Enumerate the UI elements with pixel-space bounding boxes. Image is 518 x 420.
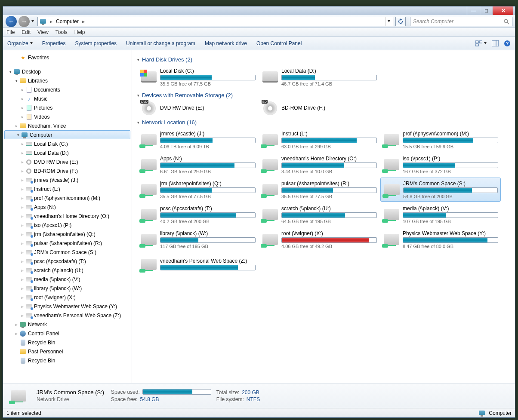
section-network[interactable]: ▾Network Location (16) <box>137 116 510 127</box>
menu-edit[interactable]: Edit <box>22 29 31 35</box>
drive-tile-f[interactable]: BDBD-ROM Drive (F:) <box>259 101 379 116</box>
drive-name: root (\\wigner) (X:) <box>281 230 377 236</box>
tree-drive-s[interactable]: ▹JRM's Common Space (S:) <box>3 248 132 257</box>
tree-videos[interactable]: ▹Videos <box>3 112 132 121</box>
drive-tile-o[interactable]: vneedham's Home Directory (O:)3.44 GB fr… <box>259 153 379 177</box>
tree-drive-z[interactable]: ▹vneedham's Personal Web Space (Z:) <box>3 311 132 320</box>
tree-pictures[interactable]: ▹Pictures <box>3 103 132 112</box>
drive-tile-w[interactable]: library (\\planck) (W:)117 GB free of 19… <box>138 227 258 251</box>
tree-drive-q[interactable]: ▹jrm (\\sharepoint\sites) (Q:) <box>3 230 132 239</box>
tree-drive-x[interactable]: ▹root (\\wigner) (X:) <box>3 293 132 302</box>
tree-documents[interactable]: ▹Documents <box>3 85 132 94</box>
preview-pane-button[interactable] <box>492 40 499 46</box>
svg-rect-3 <box>479 41 482 43</box>
tree-desktop[interactable]: ▾Desktop <box>3 67 132 76</box>
tree-recycle-bin[interactable]: Recycle Bin <box>3 338 132 347</box>
tree-recycle-bin-2[interactable]: Recycle Bin <box>3 356 132 365</box>
svg-rect-4 <box>475 44 478 46</box>
network-drive-icon <box>25 249 32 256</box>
tree-libraries[interactable]: ▾Libraries <box>3 76 132 85</box>
close-button[interactable]: ✕ <box>493 6 513 15</box>
drive-tile-p[interactable]: iso (\\pcsc1) (P:)167 GB free of 372 GB <box>380 153 501 177</box>
documents-icon <box>25 86 32 93</box>
tree-drive-w[interactable]: ▹library (\\planck) (W:) <box>3 284 132 293</box>
search-input[interactable]: Search Computer <box>410 17 512 26</box>
tree-drive-j[interactable]: ▹jrmres (\\castle) (J:) <box>3 175 132 184</box>
map-network-button[interactable]: Map network drive <box>205 40 247 46</box>
address-bar[interactable]: ▸ Computer▸ <box>37 17 394 26</box>
tree-drive-e[interactable]: ▹DVD RW Drive (E:) <box>3 157 132 166</box>
drive-tile-u[interactable]: scratch (\\planck) (U:)64.5 GB free of 1… <box>259 202 379 227</box>
tree-drive-f[interactable]: ▹BD-ROM Drive (F:) <box>3 166 132 175</box>
drive-tile-x[interactable]: root (\\wigner) (X:)4.06 GB free of 49.2… <box>259 227 379 251</box>
tree-past-personnel[interactable]: Past Personnel <box>3 347 132 356</box>
forward-button[interactable]: → <box>18 16 30 27</box>
drive-tile-r[interactable]: pulsar (\\sharepoint\sites) (R:)35.5 GB … <box>259 178 379 202</box>
drive-tile-v[interactable]: media (\\planck) (V:)107 GB free of 195 … <box>380 202 501 227</box>
drive-tile-c[interactable]: Local Disk (C:)35.5 GB free of 77.5 GB <box>138 65 258 89</box>
nav-tree[interactable]: ★Favorites ▾Desktop ▾Libraries ▹Document… <box>3 50 132 383</box>
computer-icon <box>40 18 46 25</box>
drive-free: 54.8 GB free of 200 GB <box>403 194 498 199</box>
system-properties-button[interactable]: System properties <box>75 40 117 46</box>
tree-drive-t[interactable]: ▹pcsc (\\pcscdatafs) (T:) <box>3 257 132 266</box>
tree-drive-n[interactable]: ▹Apps (N:) <box>3 202 132 212</box>
tree-network[interactable]: ▹Network <box>3 320 132 329</box>
tree-drive-p[interactable]: ▹iso (\\pcsc1) (P:) <box>3 221 132 230</box>
drive-tile-z[interactable]: vneedham's Personal Web Space (Z:) <box>138 252 258 276</box>
drive-tile-e[interactable]: DVDDVD RW Drive (E:) <box>138 101 258 116</box>
tree-drive-m[interactable]: ▹prof (\\physvm\common) (M:) <box>3 193 132 202</box>
menu-view[interactable]: View <box>37 29 49 35</box>
properties-button[interactable]: Properties <box>42 40 66 46</box>
content-pane[interactable]: ▾Hard Disk Drives (2) Local Disk (C:)35.… <box>132 50 515 383</box>
drive-tile-d[interactable]: Local Data (D:)46.7 GB free of 71.4 GB <box>259 65 379 89</box>
minimize-button[interactable]: — <box>467 6 480 15</box>
tree-drive-u[interactable]: ▹scratch (\\planck) (U:) <box>3 266 132 275</box>
tree-drive-l[interactable]: ▹Instruct (L:) <box>3 184 132 193</box>
maximize-button[interactable]: □ <box>480 6 493 15</box>
tree-favorites[interactable]: ★Favorites <box>3 53 132 62</box>
breadcrumb-computer[interactable]: Computer▸ <box>54 18 86 25</box>
drive-tile-m[interactable]: prof (\\physvm\common) (M:)15.5 GB free … <box>380 128 501 152</box>
drive-tile-y[interactable]: Physics Webmaster Web Space (Y:)8.47 GB … <box>380 227 501 251</box>
drive-tile-l[interactable]: Instruct (L:)63.0 GB free of 299 GB <box>259 128 379 152</box>
drive-tile-n[interactable]: Apps (N:)6.61 GB free of 29.9 GB <box>138 153 258 177</box>
menu-help[interactable]: Help <box>74 29 85 35</box>
back-button[interactable]: ← <box>6 16 17 27</box>
drive-tile-t[interactable]: pcsc (\\pcscdatafs) (T:)40.2 GB free of … <box>138 202 258 227</box>
tree-drive-y[interactable]: ▹Physics Webmaster Web Space (Y:) <box>3 302 132 311</box>
drive-icon <box>140 181 157 199</box>
uninstall-button[interactable]: Uninstall or change a program <box>126 40 195 46</box>
view-mode-button[interactable] <box>475 40 487 46</box>
drive-tile-j[interactable]: jrmres (\\castle) (J:)4.06 TB free of 9.… <box>138 128 258 152</box>
help-button[interactable]: ? <box>504 40 511 47</box>
title-bar[interactable]: — □ ✕ <box>3 6 515 15</box>
organize-button[interactable]: Organize <box>7 40 33 46</box>
videos-icon <box>25 113 32 120</box>
tree-drive-d[interactable]: ▹Local Data (D:) <box>3 148 132 157</box>
tree-drive-v[interactable]: ▹media (\\planck) (V:) <box>3 275 132 284</box>
drive-tile-s[interactable]: JRM's Common Space (S:)54.8 GB free of 2… <box>380 178 501 202</box>
drive-name: BD-ROM Drive (F:) <box>281 105 377 111</box>
tree-drive-c[interactable]: ▹Local Disk (C:) <box>3 139 132 148</box>
status-location: Computer <box>478 410 512 417</box>
drive-tile-q[interactable]: jrm (\\sharepoint\sites) (Q:)35.5 GB fre… <box>138 178 258 202</box>
section-hdd[interactable]: ▾Hard Disk Drives (2) <box>137 54 510 64</box>
drive-name: library (\\planck) (W:) <box>160 230 256 236</box>
tree-control-panel[interactable]: ▹Control Panel <box>3 329 132 338</box>
section-removable[interactable]: ▾Devices with Removable Storage (2) <box>137 89 510 100</box>
address-dropdown[interactable] <box>385 17 392 26</box>
tree-drive-r[interactable]: ▹pulsar (\\sharepoint\sites) (R:) <box>3 239 132 248</box>
tree-drive-o[interactable]: ▹vneedham's Home Directory (O:) <box>3 212 132 221</box>
tree-computer[interactable]: ▾Computer <box>4 130 130 139</box>
svg-rect-5 <box>492 40 499 46</box>
menu-tools[interactable]: Tools <box>56 29 68 35</box>
refresh-button[interactable] <box>395 17 406 26</box>
control-panel-button[interactable]: Open Control Panel <box>256 40 302 46</box>
menu-file[interactable]: File <box>6 29 15 35</box>
tree-music[interactable]: ▹♪Music <box>3 94 132 103</box>
tree-user[interactable]: ▹Needham, Vince <box>3 121 132 130</box>
nav-history-dropdown[interactable] <box>31 20 34 22</box>
details-filesystem: NTFS <box>247 396 260 402</box>
capacity-bar <box>281 237 377 243</box>
